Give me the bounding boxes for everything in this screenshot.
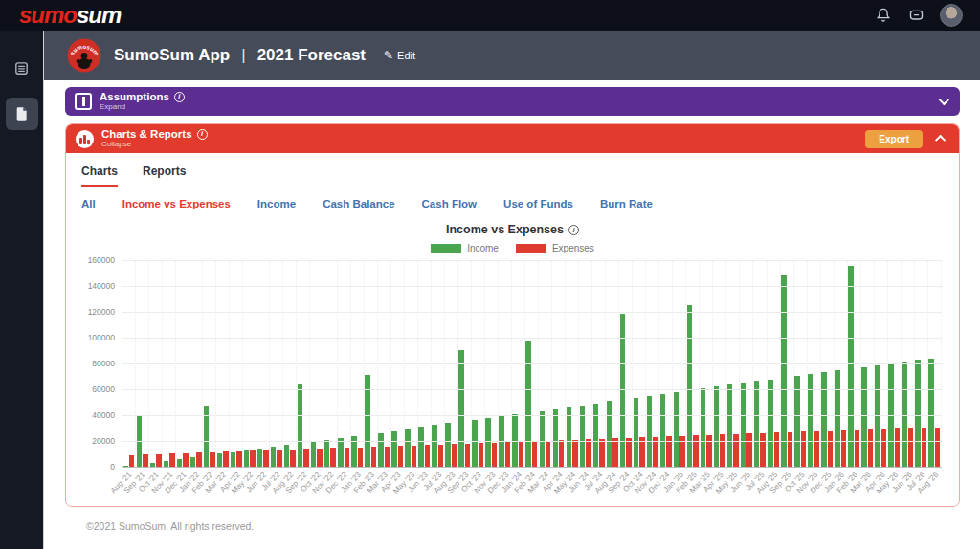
- expenses-bar[interactable]: [438, 445, 443, 468]
- expenses-bar[interactable]: [774, 432, 779, 468]
- bar-group[interactable]: [928, 261, 942, 468]
- expenses-bar[interactable]: [868, 429, 873, 468]
- income-bar[interactable]: [499, 416, 503, 468]
- expenses-bar[interactable]: [895, 428, 900, 468]
- bar-group[interactable]: [176, 261, 189, 468]
- user-avatar[interactable]: [940, 4, 963, 27]
- income-bar[interactable]: [701, 388, 705, 468]
- bar-group[interactable]: [606, 261, 619, 468]
- export-button[interactable]: Export: [865, 130, 923, 148]
- chevron-up-icon[interactable]: [935, 135, 946, 145]
- income-bar[interactable]: [714, 386, 719, 468]
- expenses-bar[interactable]: [612, 438, 617, 468]
- income-bar[interactable]: [405, 429, 410, 469]
- bar-group[interactable]: [808, 261, 821, 468]
- bar-group[interactable]: [915, 261, 928, 468]
- expenses-bar[interactable]: [814, 431, 819, 468]
- bar-group[interactable]: [351, 261, 365, 468]
- expenses-bar[interactable]: [398, 446, 403, 468]
- bar-group[interactable]: [659, 261, 673, 468]
- bar-group[interactable]: [499, 261, 512, 468]
- bar-group[interactable]: [149, 261, 163, 468]
- expenses-bar[interactable]: [746, 433, 751, 468]
- bar-group[interactable]: [283, 261, 297, 468]
- expenses-bar[interactable]: [169, 453, 174, 468]
- expenses-bar[interactable]: [412, 446, 416, 468]
- income-bar[interactable]: [727, 384, 732, 468]
- filter-income-vs-expenses[interactable]: Income vs Expenses: [122, 198, 231, 209]
- bar-group[interactable]: [525, 261, 539, 468]
- bar-group[interactable]: [136, 261, 149, 468]
- expenses-bar[interactable]: [505, 442, 510, 468]
- expenses-bar[interactable]: [143, 454, 147, 468]
- bar-group[interactable]: [902, 261, 915, 468]
- bar-group[interactable]: [391, 261, 405, 468]
- bar-group[interactable]: [768, 261, 781, 468]
- assumptions-section-bar[interactable]: Assumptions i Expand: [65, 87, 960, 116]
- income-bar[interactable]: [593, 404, 598, 469]
- expenses-bar[interactable]: [345, 448, 349, 468]
- legend-item-income[interactable]: Income: [431, 243, 499, 253]
- filter-all[interactable]: All: [81, 198, 96, 209]
- income-bar[interactable]: [298, 384, 302, 468]
- income-bar[interactable]: [861, 367, 866, 468]
- bar-group[interactable]: [122, 261, 136, 468]
- bar-group[interactable]: [485, 261, 499, 468]
- messages-chat-icon[interactable]: [907, 7, 924, 24]
- bar-group[interactable]: [821, 261, 835, 468]
- expenses-bar[interactable]: [626, 438, 631, 468]
- expenses-bar[interactable]: [358, 448, 363, 468]
- income-bar[interactable]: [848, 266, 853, 468]
- bar-group[interactable]: [835, 261, 848, 468]
- income-bar[interactable]: [324, 440, 329, 468]
- income-bar[interactable]: [768, 380, 772, 468]
- expenses-bar[interactable]: [196, 452, 201, 468]
- filter-cash-flow[interactable]: Cash Flow: [422, 198, 478, 209]
- bar-group[interactable]: [753, 261, 767, 468]
- legend-item-expenses[interactable]: Expenses: [516, 243, 594, 253]
- income-bar[interactable]: [217, 453, 222, 468]
- bar-group[interactable]: [633, 261, 646, 468]
- income-bar[interactable]: [257, 449, 262, 468]
- filter-cash-balance[interactable]: Cash Balance: [323, 198, 394, 209]
- plot-area[interactable]: 0200004000060000800001000001200001400001…: [122, 261, 942, 468]
- income-bar[interactable]: [472, 420, 477, 468]
- sumosum-logo[interactable]: sumosum: [19, 4, 121, 27]
- income-bar[interactable]: [553, 409, 558, 468]
- expenses-bar[interactable]: [452, 444, 457, 468]
- edit-forecast-button[interactable]: ✎ Edit: [384, 49, 415, 62]
- expenses-bar[interactable]: [828, 431, 833, 468]
- info-icon[interactable]: i: [568, 225, 579, 235]
- bar-group[interactable]: [445, 261, 458, 468]
- expenses-bar[interactable]: [317, 449, 322, 468]
- income-bar[interactable]: [485, 418, 490, 468]
- bar-group[interactable]: [539, 261, 552, 468]
- bar-group[interactable]: [566, 261, 579, 468]
- expenses-bar[interactable]: [922, 428, 926, 468]
- expenses-bar[interactable]: [559, 440, 564, 468]
- income-bar[interactable]: [875, 365, 880, 468]
- bar-group[interactable]: [619, 261, 633, 468]
- income-bar[interactable]: [781, 275, 786, 468]
- expenses-bar[interactable]: [908, 428, 913, 468]
- bar-group[interactable]: [646, 261, 659, 468]
- expenses-bar[interactable]: [303, 449, 308, 468]
- filter-income[interactable]: Income: [257, 198, 296, 209]
- expenses-bar[interactable]: [788, 432, 792, 468]
- expenses-bar[interactable]: [519, 442, 523, 468]
- income-bar[interactable]: [338, 438, 343, 468]
- expenses-bar[interactable]: [385, 447, 390, 468]
- expenses-bar[interactable]: [479, 443, 483, 468]
- income-bar[interactable]: [311, 442, 316, 468]
- bar-group[interactable]: [740, 261, 753, 468]
- bar-group[interactable]: [686, 261, 700, 468]
- expenses-bar[interactable]: [639, 437, 644, 468]
- bar-group[interactable]: [512, 261, 525, 468]
- expenses-bar[interactable]: [546, 441, 550, 468]
- income-bar[interactable]: [391, 431, 396, 468]
- bar-group[interactable]: [592, 261, 606, 468]
- expenses-bar[interactable]: [935, 428, 940, 468]
- sidebar-item-documents-icon[interactable]: [6, 98, 38, 130]
- expenses-bar[interactable]: [760, 433, 765, 468]
- expenses-bar[interactable]: [425, 445, 430, 468]
